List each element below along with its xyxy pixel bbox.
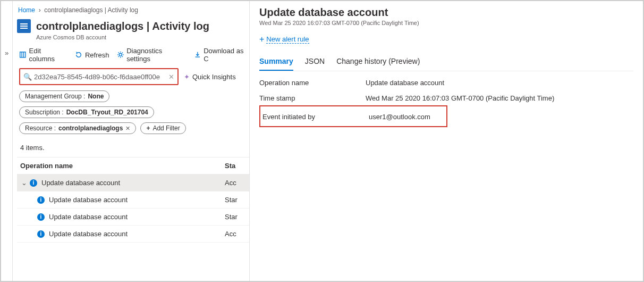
table-row[interactable]: i Update database account Star [17,209,249,226]
edit-columns-button[interactable]: Edit columns [19,47,67,63]
page-subtitle: Azure Cosmos DB account [17,34,249,40]
download-button[interactable]: Download as C [194,47,249,63]
search-input-wrapper: 🔍 ✕ [19,68,179,85]
filter-subscription[interactable]: Subscription : DocDB_Tryout_RD_201704 [19,106,154,118]
kv-operation-name: Operation name Update database account [259,71,633,87]
info-icon: i [37,230,45,238]
kv-timestamp: Time stamp Wed Mar 25 2020 16:07:03 GMT-… [259,87,633,102]
table-row[interactable]: ⌄ i Update database account Acc [17,175,249,192]
refresh-icon [75,51,82,59]
columns-icon [19,51,27,59]
tab-change-history[interactable]: Change history (Preview) [336,54,420,71]
clear-search-button[interactable]: ✕ [168,73,174,81]
panel-tabs: Summary JSON Change history (Preview) [259,54,633,71]
table-row[interactable]: i Update database account Star [17,192,249,209]
info-icon: i [37,196,45,204]
breadcrumb-home[interactable]: Home [18,6,35,14]
panel-timestamp: Wed Mar 25 2020 16:07:03 GMT-0700 (Pacif… [259,19,633,26]
diagnostics-button[interactable]: Diagnostics settings [117,47,187,63]
item-count: 4 items. [17,139,249,157]
kv-event-initiated-by: Event initiated by user1@outlook.com [260,110,446,121]
filter-management-group[interactable]: Management Group : None [19,90,109,102]
info-icon: i [37,213,45,221]
download-icon [194,51,201,59]
sparkle-icon: ✦ [184,73,190,81]
search-input[interactable] [34,73,168,81]
filter-resource[interactable]: Resource : controlplanediaglogs ✕ [19,122,136,134]
highlighted-event-initiated-by: Event initiated by user1@outlook.com [259,105,447,127]
tab-json[interactable]: JSON [305,54,325,71]
details-panel: Update database account Wed Mar 25 2020 … [250,1,643,281]
col-operation-name[interactable]: Operation name [20,162,225,170]
plus-icon: + [146,125,150,132]
activity-log-pane: Home › controlplanediaglogs | Activity l… [13,1,250,281]
tab-summary[interactable]: Summary [259,54,293,71]
info-icon: i [30,179,37,187]
breadcrumb-sep: › [37,6,44,14]
chevron-down-icon[interactable]: ⌄ [20,179,28,187]
search-icon: 🔍 [23,73,32,81]
breadcrumb-current: controlplanediaglogs | Activity log [44,6,138,14]
refresh-button[interactable]: Refresh [75,51,109,59]
table-row[interactable]: i Update database account Acc [17,226,249,243]
add-filter-button[interactable]: + Add Filter [140,122,185,134]
expand-gutter[interactable]: » [1,1,13,281]
remove-filter-icon[interactable]: ✕ [125,125,130,132]
plus-icon: + [259,35,264,44]
breadcrumb: Home › controlplanediaglogs | Activity l… [17,4,249,17]
page-title: controlplanediaglogs | Activity log [36,20,209,32]
svg-point-3 [119,53,122,56]
panel-title: Update database account [259,6,633,19]
table-header: Operation name Sta [17,157,249,175]
new-alert-rule-button[interactable]: + New alert rule [259,26,633,54]
gear-icon [117,51,124,59]
resource-icon [17,19,31,33]
col-status[interactable]: Sta [225,162,246,170]
svg-rect-0 [20,52,26,57]
quick-insights-button[interactable]: ✦ Quick Insights [184,73,236,81]
chevron-right-icon: » [5,49,9,57]
